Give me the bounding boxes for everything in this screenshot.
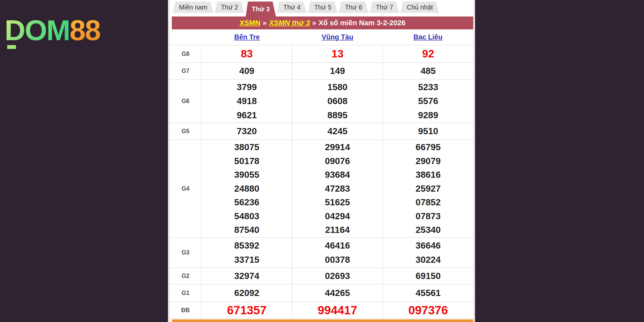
prize-row-g7: G7 409 149 485	[170, 63, 473, 80]
logo-text-dom: DOM	[5, 16, 70, 45]
prize-row-g1: G1 62092 44265 45561	[170, 285, 473, 302]
prize-label: ĐB	[170, 302, 202, 318]
prize-label: G7	[170, 63, 202, 79]
prize-cell: 097376	[383, 302, 473, 318]
prize-cell: 46416 00378	[292, 238, 383, 267]
prize-row-g6: G6 3799 4918 9621 1580 0608 8895 5233 55…	[170, 80, 473, 123]
prize-label: G4	[170, 140, 202, 237]
prize-cell: 4245	[292, 123, 383, 139]
prize-cell: 44265	[292, 285, 383, 301]
prize-cell: 5233 5576 9289	[383, 80, 473, 123]
breadcrumb-banner: XSMN » XSMN thứ 3 » Xổ số miền Nam 3-2-2…	[172, 16, 473, 29]
prize-cell: 29914 09076 93684 47283 51625 04294 2116…	[292, 140, 383, 237]
day-tab-bar: Miền nam Thứ 2 Thứ 3 Thứ 4 Thứ 5 Thứ 6 T…	[170, 0, 473, 16]
prize-cell: 83	[202, 45, 292, 62]
prize-cell: 92	[383, 45, 473, 62]
province-header-row: Bến Tre Vũng Tàu Bạc Liêu	[170, 29, 473, 45]
province-link-bac-lieu[interactable]: Bạc Liêu	[413, 33, 443, 41]
province-link-ben-tre[interactable]: Bến Tre	[234, 33, 260, 41]
lottery-results-panel: Miền nam Thứ 2 Thứ 3 Thứ 4 Thứ 5 Thứ 6 T…	[168, 0, 475, 322]
prize-row-g3: G3 85392 33715 46416 00378 36646 30224	[170, 238, 473, 268]
tab-thu-3-active[interactable]: Thứ 3	[246, 2, 276, 16]
prize-row-g2: G2 32974 02693 69150	[170, 268, 473, 285]
prize-cell: 02693	[292, 268, 383, 284]
prize-label: G8	[170, 45, 202, 62]
dom88-logo: DOM88	[5, 16, 100, 45]
tab-chu-nhat[interactable]: Chủ nhật	[401, 2, 439, 13]
tab-mien-nam[interactable]: Miền nam	[173, 2, 214, 13]
prize-cell: 149	[292, 63, 383, 79]
prize-label: G5	[170, 123, 202, 139]
prize-row-db: ĐB 671357 994417 097376	[170, 302, 473, 319]
prize-cell: 994417	[292, 302, 383, 318]
prize-cell: 9510	[383, 123, 473, 139]
prize-cell: 1580 0608 8895	[292, 80, 383, 123]
prize-row-g5: G5 7320 4245 9510	[170, 123, 473, 140]
prize-cell: 62092	[202, 285, 292, 301]
tab-thu-2[interactable]: Thứ 2	[215, 2, 244, 13]
bottom-accent-bar	[172, 319, 473, 322]
tab-thu-6[interactable]: Thứ 6	[339, 2, 369, 13]
prize-cell: 671357	[202, 302, 292, 318]
prize-cell: 7320	[202, 123, 292, 139]
prize-label: G2	[170, 268, 202, 284]
breadcrumb-link-xsmn[interactable]: XSMN	[240, 19, 260, 27]
breadcrumb-separator: »	[263, 19, 267, 27]
prize-cell: 38075 50178 39055 24880 56236 54803 8754…	[202, 140, 292, 237]
page-title: Xổ số miền Nam 3-2-2026	[318, 19, 405, 27]
prize-cell: 409	[202, 63, 292, 79]
prize-row-g4: G4 38075 50178 39055 24880 56236 54803 8…	[170, 140, 473, 238]
prize-cell: 66795 29079 38616 25927 07852 07873 2534…	[383, 140, 473, 237]
tab-thu-5[interactable]: Thứ 5	[308, 2, 338, 13]
prize-label: G1	[170, 285, 202, 301]
prize-cell: 32974	[202, 268, 292, 284]
prize-cell: 13	[292, 45, 383, 62]
breadcrumb-link-xsmn-thu-3[interactable]: XSMN thứ 3	[269, 19, 310, 27]
tab-thu-4[interactable]: Thứ 4	[277, 2, 307, 13]
prize-cell: 45561	[383, 285, 473, 301]
prize-row-g8: G8 83 13 92	[170, 45, 473, 63]
prize-cell: 485	[383, 63, 473, 79]
logo-text-88: 88	[70, 16, 100, 45]
province-link-vung-tau[interactable]: Vũng Tàu	[321, 33, 353, 41]
prize-label: G6	[170, 80, 202, 123]
prize-cell: 36646 30224	[383, 238, 473, 267]
prize-label: G3	[170, 238, 202, 267]
tab-thu-7[interactable]: Thứ 7	[370, 2, 399, 13]
breadcrumb-separator: »	[312, 19, 316, 27]
prize-cell: 3799 4918 9621	[202, 80, 292, 123]
prize-cell: 69150	[383, 268, 473, 284]
prize-cell: 85392 33715	[202, 238, 292, 267]
